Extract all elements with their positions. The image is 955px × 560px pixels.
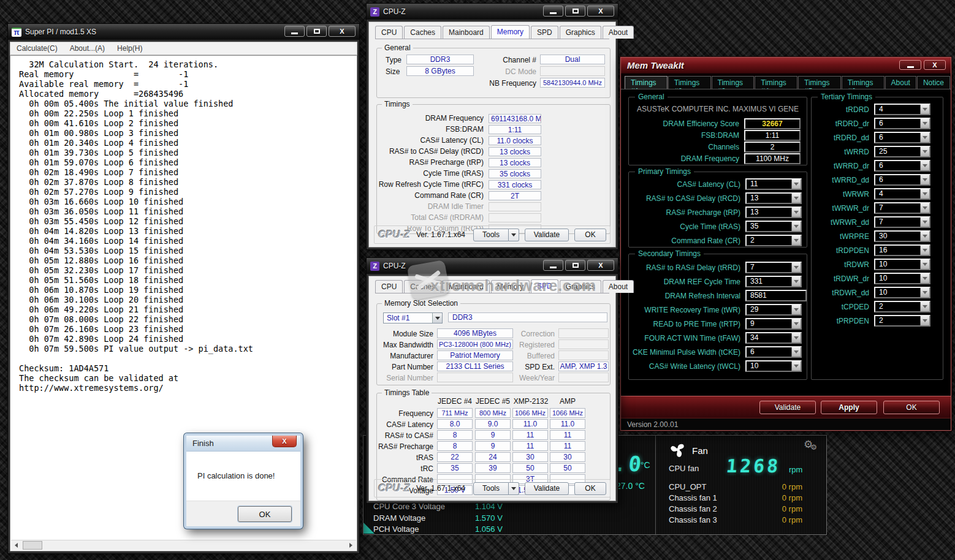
dropdown-button[interactable] — [791, 236, 801, 245]
timing-combobox[interactable]: 6 — [745, 346, 802, 358]
timing-combobox[interactable]: 13 — [745, 192, 802, 204]
tab-timings-1[interactable]: Timings #1 — [625, 76, 668, 89]
timing-combobox[interactable]: 6 — [874, 174, 930, 186]
tab-memory[interactable]: Memory — [491, 280, 530, 293]
validate-button[interactable]: Validate — [525, 229, 569, 241]
timing-combobox[interactable]: 10 — [874, 259, 930, 270]
superpi-titlebar[interactable]: Super PI / mod1.5 XS — [8, 24, 359, 40]
maximize-button[interactable] — [565, 6, 585, 17]
scroll-right-button[interactable] — [346, 540, 356, 550]
ok-button[interactable]: OK — [883, 401, 940, 414]
timing-field[interactable]: 8581 — [745, 290, 807, 301]
tab-timings-3[interactable]: Timings #3 — [712, 76, 755, 89]
dropdown-button[interactable] — [920, 218, 929, 227]
tools-button[interactable]: Tools — [473, 229, 509, 241]
tab-timings-4[interactable]: Timings #4 — [755, 76, 797, 89]
timing-combobox[interactable]: 35 — [745, 221, 802, 232]
dropdown-button[interactable] — [791, 180, 801, 189]
validate-button[interactable]: Validate — [759, 401, 816, 414]
tab-about[interactable]: About — [603, 280, 634, 293]
dropdown-button[interactable] — [920, 288, 929, 297]
minimize-button[interactable] — [543, 6, 563, 17]
tab-cpu[interactable]: CPU — [375, 280, 403, 293]
timing-combobox[interactable]: 6 — [874, 132, 930, 143]
tab-spd[interactable]: SPD — [531, 26, 558, 39]
menu-about[interactable]: About...(A) — [64, 44, 111, 53]
tab-about[interactable]: About — [885, 76, 916, 89]
dropdown-button[interactable] — [920, 316, 929, 325]
scroll-left-button[interactable] — [11, 540, 21, 550]
dropdown-button[interactable] — [791, 222, 801, 231]
ok-button[interactable]: OK — [574, 229, 606, 241]
dropdown-button[interactable] — [920, 105, 929, 114]
maximize-button[interactable] — [565, 260, 585, 271]
tools-button[interactable]: Tools — [473, 482, 509, 495]
timing-combobox[interactable]: 10 — [745, 360, 802, 372]
horizontal-scrollbar[interactable] — [11, 540, 356, 550]
tools-dropdown-button[interactable] — [509, 229, 519, 241]
timing-combobox[interactable]: 7 — [874, 216, 930, 228]
dropdown-button[interactable] — [920, 274, 929, 283]
tab-timings-2[interactable]: Timings #2 — [668, 76, 711, 89]
memtweakit-titlebar[interactable]: Mem TweakIt — [621, 58, 951, 74]
close-button[interactable] — [587, 260, 614, 271]
timing-combobox[interactable]: 4 — [874, 188, 930, 200]
timing-combobox[interactable]: 29 — [745, 304, 802, 316]
validate-button[interactable]: Validate — [525, 482, 569, 495]
tab-spd[interactable]: SPD — [531, 279, 558, 293]
minimize-button[interactable] — [543, 260, 563, 271]
cpuz-titlebar[interactable]: Z CPU-Z — [367, 4, 618, 20]
dropdown-button[interactable] — [920, 232, 929, 241]
dropdown-button[interactable] — [920, 161, 929, 170]
timing-combobox[interactable]: 13 — [745, 206, 802, 218]
timing-combobox[interactable]: 16 — [874, 244, 930, 256]
timing-combobox[interactable]: 6 — [874, 160, 930, 172]
ok-button[interactable]: OK — [574, 482, 606, 495]
tab-cpu[interactable]: CPU — [375, 26, 403, 39]
timing-combobox[interactable]: 2 — [874, 301, 930, 312]
menu-help[interactable]: Help(H) — [111, 44, 148, 53]
tab-memory[interactable]: Memory — [491, 25, 530, 39]
timing-combobox[interactable]: 4 — [874, 104, 930, 115]
cpuz-titlebar[interactable]: Z CPU-Z — [367, 258, 618, 274]
tab-about[interactable]: About — [603, 26, 634, 39]
timing-combobox[interactable]: 10 — [874, 287, 930, 298]
dropdown-button[interactable] — [791, 263, 801, 272]
dropdown-button[interactable] — [920, 133, 929, 142]
menu-calculate[interactable]: Calculate(C) — [10, 44, 64, 53]
dropdown-button[interactable] — [920, 119, 929, 128]
tab-graphics[interactable]: Graphics — [560, 280, 601, 293]
dropdown-button[interactable] — [791, 347, 801, 357]
dropdown-button[interactable] — [791, 305, 801, 314]
close-button[interactable] — [924, 60, 946, 70]
dropdown-button[interactable] — [791, 319, 801, 328]
timing-combobox[interactable]: 2 — [874, 315, 930, 327]
settings-gear-icon[interactable]: ⚙⚙ — [804, 438, 820, 451]
tab-caches[interactable]: Caches — [404, 26, 441, 39]
dropdown-button[interactable] — [791, 194, 801, 203]
dropdown-button[interactable] — [920, 246, 929, 255]
timing-combobox[interactable]: 10 — [874, 273, 930, 284]
tab-timings-5[interactable]: Timings #5 — [798, 76, 841, 89]
dropdown-button[interactable] — [920, 260, 929, 269]
timing-combobox[interactable]: 7 — [874, 202, 930, 214]
timing-combobox[interactable]: 2 — [745, 235, 802, 246]
ok-button[interactable]: OK — [238, 506, 292, 522]
maximize-button[interactable] — [306, 26, 327, 37]
tab-timings-6[interactable]: Timings #6 — [842, 76, 885, 89]
dropdown-button[interactable] — [791, 333, 801, 342]
timing-combobox[interactable]: 7 — [745, 262, 802, 273]
minimize-button[interactable] — [899, 60, 921, 70]
dropdown-button[interactable] — [920, 147, 929, 156]
dropdown-button[interactable] — [791, 277, 801, 286]
dropdown-button[interactable] — [791, 208, 801, 217]
timing-combobox[interactable]: 30 — [874, 230, 930, 242]
tab-notice[interactable]: Notice — [917, 76, 950, 89]
minimize-button[interactable] — [284, 26, 305, 37]
apply-button[interactable]: Apply — [821, 401, 877, 414]
tab-mainboard[interactable]: Mainboard — [443, 280, 490, 293]
close-button[interactable] — [587, 6, 614, 17]
close-button[interactable] — [329, 26, 356, 37]
tab-graphics[interactable]: Graphics — [560, 26, 601, 39]
timing-combobox[interactable]: 9 — [745, 318, 802, 330]
